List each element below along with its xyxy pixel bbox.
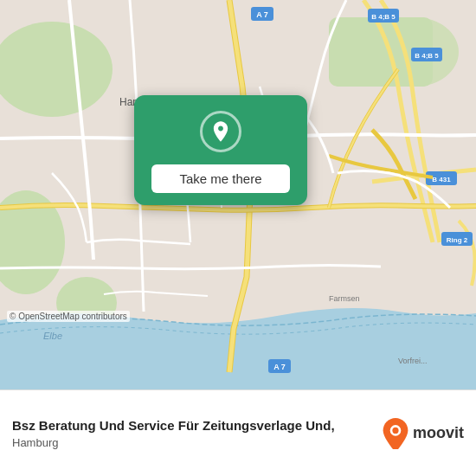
- location-subtitle: Hamburg: [12, 436, 382, 449]
- moovit-logo: moovit: [382, 418, 464, 449]
- svg-text:A 7: A 7: [273, 363, 286, 371]
- popup-card: Take me there: [134, 95, 307, 205]
- svg-point-25: [392, 427, 398, 433]
- location-title: Bsz Beratung Und Service Für Zeitungsver…: [12, 417, 382, 434]
- take-me-there-button[interactable]: Take me there: [151, 164, 290, 193]
- location-info: Bsz Beratung Und Service Für Zeitungsver…: [12, 417, 382, 449]
- moovit-pin-icon: [382, 418, 409, 449]
- svg-text:B 4;B 5: B 4;B 5: [371, 13, 396, 21]
- svg-text:B 4;B 5: B 4;B 5: [415, 52, 439, 60]
- svg-text:A 7: A 7: [256, 10, 268, 19]
- location-pin: [200, 111, 241, 152]
- svg-text:Elbe: Elbe: [43, 331, 62, 341]
- bottom-bar: Bsz Beratung Und Service Für Zeitungsver…: [0, 389, 476, 476]
- map-view: Elbe A 7 A 7 A 7 B 4;B 5 B 4;B 5 B 431: [0, 0, 476, 389]
- svg-text:B 431: B 431: [432, 176, 451, 183]
- svg-text:Vorfrei...: Vorfrei...: [398, 357, 428, 365]
- moovit-label: moovit: [413, 424, 464, 442]
- osm-credit: © OpenStreetMap contributors: [7, 311, 130, 322]
- svg-text:Farmsen: Farmsen: [329, 294, 360, 303]
- svg-text:Ring 2: Ring 2: [447, 236, 468, 244]
